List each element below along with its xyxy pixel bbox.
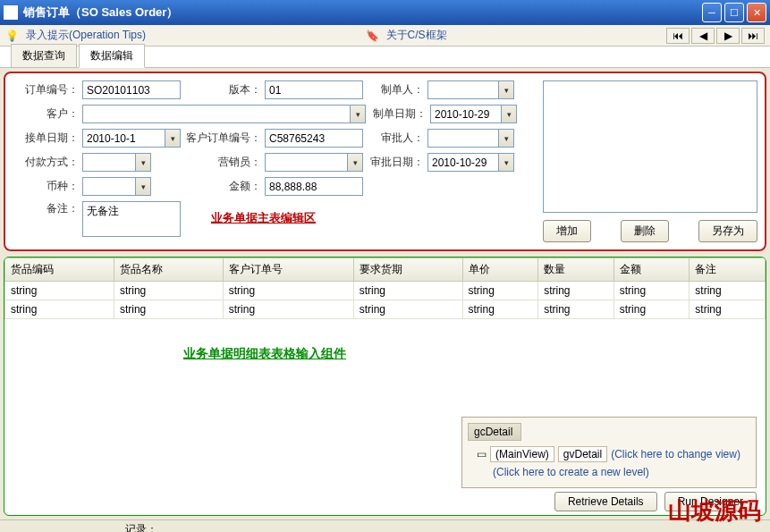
salesman-input[interactable]	[265, 153, 348, 172]
record-label: 记录：	[125, 522, 157, 532]
grid-header[interactable]: 金额	[613, 258, 690, 282]
app-icon	[4, 5, 18, 20]
label-approve-date: 审批日期：	[367, 155, 424, 170]
tab-edit[interactable]: 数据编辑	[79, 44, 145, 68]
approver-input[interactable]	[427, 129, 499, 148]
pay-method-input[interactable]	[82, 153, 136, 172]
grid-header[interactable]: 数量	[538, 258, 614, 282]
approve-date-input[interactable]	[427, 153, 499, 172]
table-row[interactable]: stringstringstringstringstringstringstri…	[5, 282, 766, 300]
grid-cell[interactable]: string	[114, 282, 223, 300]
designer-title: gcDetail	[468, 423, 521, 441]
remark-input[interactable]: 无备注	[82, 201, 181, 237]
add-button[interactable]: 增加	[543, 220, 591, 242]
change-view-link[interactable]: (Click here to change view)	[611, 448, 740, 460]
nav-prev-button[interactable]: ◀	[691, 28, 715, 44]
grid-header[interactable]: 备注	[690, 258, 766, 282]
hint-icon: 💡	[5, 30, 19, 42]
grid-cell[interactable]: string	[613, 300, 690, 319]
about-icon: 🔖	[366, 30, 379, 42]
detail-panel: 货品编码货品名称客户订单号要求货期单价数量金额备注 stringstringst…	[4, 257, 766, 516]
nav-last-button[interactable]: ⏭	[741, 28, 765, 44]
nav-next-button[interactable]: ▶	[716, 28, 740, 44]
new-level-link[interactable]: (Click here to create a new level)	[493, 466, 649, 478]
minimize-button[interactable]: ─	[702, 3, 722, 22]
run-designer-button[interactable]: Run Designer	[664, 492, 757, 511]
operation-tips-link[interactable]: 录入提示(Operation Tips)	[26, 28, 146, 43]
grid-cell[interactable]: string	[462, 300, 538, 319]
grid-header[interactable]: 货品名称	[114, 258, 223, 282]
label-cust-order-no: 客户订单编号：	[184, 131, 261, 146]
grid-header[interactable]: 要求货期	[353, 258, 462, 282]
recv-date-dropdown-button[interactable]	[165, 129, 181, 148]
detail-caption: 业务单据明细表表格输入组件	[183, 346, 766, 362]
approver-dropdown-button[interactable]	[499, 129, 514, 148]
level-icon: ▭	[477, 448, 487, 460]
preview-box	[543, 80, 757, 213]
viewname-label[interactable]: gvDetail	[558, 446, 607, 462]
label-currency: 币种：	[13, 179, 79, 194]
cust-order-no-input[interactable]	[265, 129, 363, 148]
grid-cell[interactable]: string	[223, 300, 353, 319]
grid-cell[interactable]: string	[114, 300, 223, 319]
tab-bar: 数据查询 数据编辑	[0, 46, 770, 68]
detail-grid[interactable]: 货品编码货品名称客户订单号要求货期单价数量金额备注 stringstringst…	[4, 258, 766, 319]
grid-header[interactable]: 客户订单号	[223, 258, 353, 282]
grid-cell[interactable]: string	[690, 282, 766, 300]
label-salesman: 营销员：	[155, 155, 261, 170]
create-date-input[interactable]	[430, 105, 502, 123]
grid-cell[interactable]: string	[613, 282, 690, 300]
order-no-input[interactable]	[82, 80, 181, 99]
label-amount: 金额：	[155, 179, 261, 194]
grid-cell[interactable]: string	[538, 282, 614, 300]
label-order-no: 订单编号：	[13, 82, 79, 97]
statusbar: 记录：	[0, 519, 770, 532]
grid-cell[interactable]: string	[5, 300, 114, 319]
grid-header[interactable]: 单价	[462, 258, 538, 282]
tab-query[interactable]: 数据查询	[11, 44, 77, 67]
grid-cell[interactable]: string	[462, 282, 538, 300]
grid-cell[interactable]: string	[690, 300, 766, 319]
label-create-date: 制单日期：	[369, 106, 427, 122]
master-panel: 订单编号： 版本： 制单人： 客户： 制单日期： 接单日期： 客户订单编号： 审…	[4, 72, 766, 251]
titlebar: 销售订单（SO Sales Order） ─ ☐ ✕	[0, 0, 770, 25]
delete-button[interactable]: 删除	[621, 220, 669, 242]
grid-cell[interactable]: string	[5, 282, 114, 300]
currency-dropdown-button[interactable]	[136, 177, 151, 196]
grid-cell[interactable]: string	[223, 282, 353, 300]
label-creator: 制单人：	[367, 82, 424, 97]
mainview-label: (MainView)	[490, 446, 554, 462]
label-customer: 客户：	[13, 106, 79, 122]
designer-panel: gcDetail ▭ (MainView) gvDetail (Click he…	[461, 417, 757, 488]
label-approver: 审批人：	[367, 131, 424, 146]
grid-header[interactable]: 货品编码	[5, 258, 114, 282]
close-button[interactable]: ✕	[747, 3, 766, 22]
table-row[interactable]: stringstringstringstringstringstringstri…	[5, 300, 766, 319]
customer-dropdown-button[interactable]	[351, 105, 366, 123]
label-remark: 备注：	[13, 201, 79, 216]
recv-date-input[interactable]	[82, 129, 165, 148]
version-input[interactable]	[265, 80, 363, 99]
nav-first-button[interactable]: ⏮	[666, 28, 690, 44]
label-pay-method: 付款方式：	[13, 155, 79, 170]
window-title: 销售订单（SO Sales Order）	[23, 4, 702, 21]
customer-input[interactable]	[82, 105, 351, 123]
creator-input[interactable]	[427, 80, 499, 99]
grid-cell[interactable]: string	[353, 300, 462, 319]
currency-input[interactable]	[82, 177, 136, 196]
master-caption: 业务单据主表编辑区	[211, 210, 316, 226]
grid-cell[interactable]: string	[538, 300, 614, 319]
creator-dropdown-button[interactable]	[499, 80, 514, 99]
pay-method-dropdown-button[interactable]	[136, 153, 151, 172]
approve-date-dropdown-button[interactable]	[499, 153, 514, 172]
amount-input[interactable]	[265, 177, 363, 196]
label-recv-date: 接单日期：	[13, 131, 79, 146]
create-date-dropdown-button[interactable]	[502, 105, 517, 123]
maximize-button[interactable]: ☐	[724, 3, 744, 22]
about-link[interactable]: 关于C/S框架	[386, 28, 447, 43]
label-version: 版本：	[184, 82, 261, 97]
grid-cell[interactable]: string	[353, 282, 462, 300]
salesman-dropdown-button[interactable]	[348, 153, 363, 172]
saveas-button[interactable]: 另存为	[698, 220, 757, 242]
retrieve-details-button[interactable]: Retrieve Details	[554, 492, 657, 511]
